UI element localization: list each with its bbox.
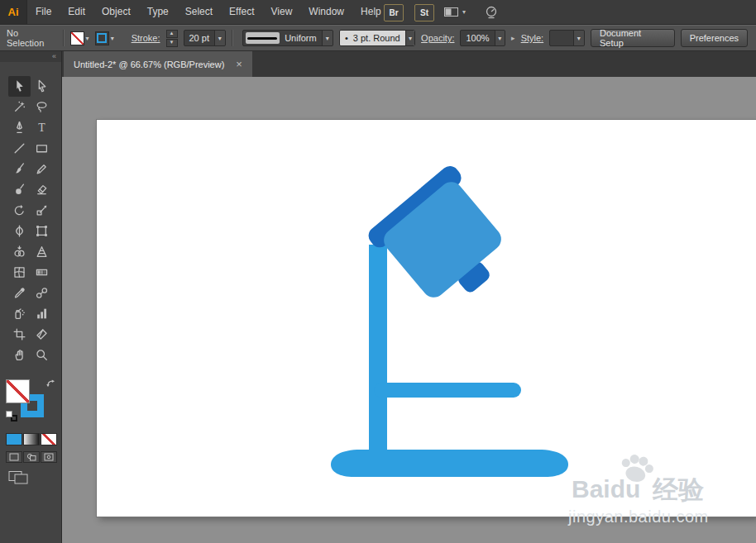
- tool-blend[interactable]: [31, 283, 53, 303]
- separator: [63, 30, 65, 46]
- tool-grid: T: [8, 76, 53, 365]
- stepper-up-icon[interactable]: ▲: [166, 30, 178, 38]
- menu-type[interactable]: Type: [139, 0, 177, 24]
- tool-gradient[interactable]: [31, 262, 53, 283]
- opacity-combo[interactable]: 100%: [460, 30, 505, 46]
- lamp-artwork[interactable]: [97, 120, 756, 517]
- style-combo[interactable]: [549, 30, 585, 46]
- draw-behind-button[interactable]: [23, 451, 40, 463]
- menu-object[interactable]: Object: [93, 0, 139, 24]
- menu-items: FileEditObjectTypeSelectEffectViewWindow…: [27, 0, 390, 24]
- bridge-button[interactable]: Br: [384, 4, 404, 21]
- menu-view[interactable]: View: [263, 0, 301, 24]
- stroke-color-swatch[interactable]: [95, 31, 109, 45]
- menu-effect[interactable]: Effect: [221, 0, 262, 24]
- canvas-pasteboard[interactable]: Baidu 经验 jingyan.baidu.com: [62, 77, 756, 543]
- tool-selection[interactable]: [8, 76, 31, 97]
- tool-rectangle[interactable]: [31, 138, 53, 159]
- stroke-panel-link[interactable]: Stroke:: [132, 33, 160, 43]
- lamp-pole: [369, 245, 387, 469]
- separator: [232, 30, 233, 46]
- control-bar: No Selection ▾ ▾ Stroke: ▲ ▼ 20 pt Unifo…: [0, 25, 756, 51]
- tool-magic-wand[interactable]: [8, 97, 31, 117]
- stroke-weight-combo[interactable]: 20 pt: [184, 30, 226, 46]
- chevron-down-icon[interactable]: [322, 31, 333, 45]
- tool-column-graph[interactable]: [31, 303, 53, 324]
- none-button[interactable]: [41, 433, 57, 445]
- stroke-weight-stepper[interactable]: ▲ ▼: [166, 30, 178, 47]
- toolbar-collapse-button[interactable]: «: [0, 51, 61, 62]
- tool-free-transform[interactable]: [31, 221, 53, 241]
- menu-file[interactable]: File: [27, 0, 60, 24]
- fill-swatch[interactable]: [6, 379, 30, 403]
- swap-fill-stroke-icon[interactable]: [45, 378, 56, 393]
- close-icon[interactable]: ×: [236, 59, 242, 69]
- tool-rotate[interactable]: [8, 200, 31, 221]
- stepper-down-icon[interactable]: ▼: [166, 39, 178, 47]
- draw-normal-button[interactable]: [6, 451, 22, 463]
- tool-mesh[interactable]: [8, 262, 31, 283]
- brush-value: 3 pt. Round: [348, 33, 405, 43]
- tool-slice[interactable]: [31, 324, 53, 345]
- lamp-head-body: [379, 177, 505, 302]
- tool-scale[interactable]: [31, 200, 53, 221]
- screen-mode-button[interactable]: [8, 469, 33, 486]
- tool-width[interactable]: [8, 221, 31, 241]
- draw-inside-button[interactable]: [41, 451, 57, 463]
- tool-hand[interactable]: [8, 345, 31, 365]
- tool-line-segment[interactable]: [8, 138, 31, 159]
- tool-symbol-sprayer[interactable]: [8, 303, 31, 324]
- stock-button[interactable]: St: [414, 4, 434, 21]
- tool-artboard[interactable]: [8, 324, 31, 345]
- document-tab[interactable]: Untitled-2* @ 66.67% (RGB/Preview) ×: [64, 51, 252, 77]
- document-setup-button[interactable]: Document Setup: [591, 29, 675, 47]
- tool-lasso[interactable]: [31, 97, 53, 117]
- arrange-documents-button[interactable]: ▾: [444, 7, 466, 17]
- opacity-panel-link[interactable]: Opacity:: [421, 33, 454, 43]
- style-value: [550, 33, 572, 43]
- color-button[interactable]: [6, 433, 22, 445]
- fill-none-swatch[interactable]: [70, 31, 84, 45]
- tool-direct-selection[interactable]: [31, 76, 53, 97]
- menu-bar: Ai FileEditObjectTypeSelectEffectViewWin…: [0, 0, 756, 25]
- menu-edit[interactable]: Edit: [60, 0, 93, 24]
- tool-zoom[interactable]: [31, 345, 53, 365]
- stroke-preview: [246, 32, 280, 44]
- style-panel-link[interactable]: Style:: [521, 33, 544, 43]
- brush-combo[interactable]: • 3 pt. Round: [339, 30, 415, 46]
- chevron-right-icon[interactable]: ▸: [511, 34, 515, 42]
- width-profile-combo[interactable]: Uniform: [242, 30, 333, 46]
- fill-color-control[interactable]: ▾: [70, 31, 89, 45]
- gradient-button[interactable]: [23, 433, 40, 445]
- tools-panel: « T: [0, 51, 62, 543]
- illustrator-window: Ai FileEditObjectTypeSelectEffectViewWin…: [0, 0, 756, 543]
- tool-pencil[interactable]: [31, 159, 53, 179]
- tool-paintbrush[interactable]: [8, 159, 31, 179]
- chevron-down-icon: ▾: [462, 8, 466, 16]
- menu-window[interactable]: Window: [300, 0, 352, 24]
- lamp-head[interactable]: [365, 162, 524, 321]
- lamp-arm: [374, 383, 521, 398]
- preferences-button[interactable]: Preferences: [681, 29, 748, 47]
- chevron-down-icon[interactable]: [573, 31, 584, 45]
- artboard[interactable]: [97, 120, 756, 517]
- chevron-down-icon[interactable]: [495, 31, 505, 45]
- brush-bullet-icon: •: [340, 33, 348, 43]
- chevron-down-icon[interactable]: ▾: [86, 35, 89, 42]
- tool-perspective-grid[interactable]: [31, 241, 53, 262]
- stroke-color-control[interactable]: ▾: [95, 31, 114, 45]
- chevron-down-icon[interactable]: [405, 31, 414, 45]
- default-fill-stroke-button[interactable]: [6, 411, 19, 422]
- chevron-down-icon[interactable]: [214, 31, 225, 45]
- cs-live-icon[interactable]: [484, 5, 499, 23]
- chevron-down-icon[interactable]: ▾: [111, 35, 114, 42]
- tool-eyedropper[interactable]: [8, 283, 31, 303]
- tool-type[interactable]: T: [31, 117, 53, 138]
- document-tab-bar: Untitled-2* @ 66.67% (RGB/Preview) ×: [62, 51, 756, 77]
- tool-pen[interactable]: [8, 117, 31, 138]
- menu-select[interactable]: Select: [177, 0, 221, 24]
- tool-eraser[interactable]: [31, 179, 53, 200]
- svg-text:T: T: [38, 121, 45, 134]
- tool-shape-builder[interactable]: [8, 241, 31, 262]
- tool-blob-brush[interactable]: [8, 179, 31, 200]
